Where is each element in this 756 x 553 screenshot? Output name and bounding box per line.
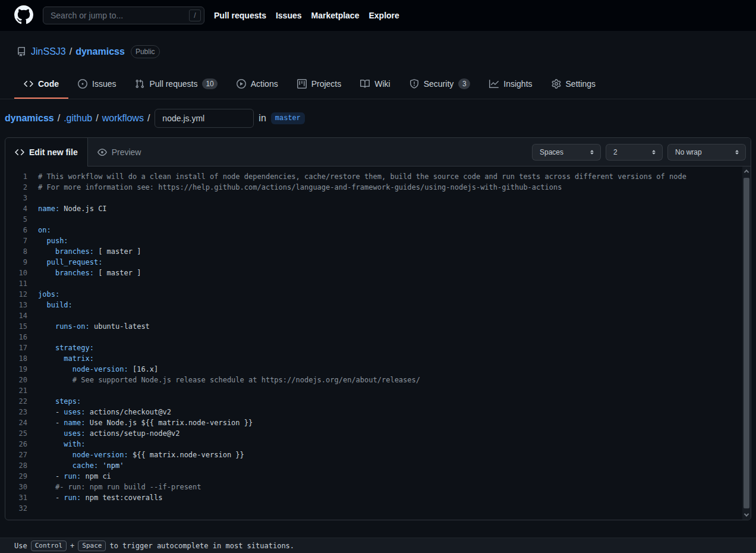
code-text: # See supported Node.js release schedule… [27,375,751,385]
indent-mode-select[interactable]: Spaces [532,144,601,161]
repo-owner-link[interactable]: JinSSJ3 [31,46,66,57]
line-number: 25 [5,428,27,439]
tab-settings[interactable]: Settings [542,70,606,99]
code-line[interactable]: 9 pull_request: [5,257,751,268]
code-line[interactable]: 13 build: [5,300,751,310]
code-line[interactable]: 3 [5,193,751,203]
code-line[interactable]: 21 [5,385,751,396]
scrollbar-thumb[interactable] [744,178,749,508]
code-line[interactable]: 8 branches: [ master ] [5,246,751,257]
code-line[interactable]: 7 push: [5,235,751,246]
book-icon [360,79,370,89]
chevron-down-icon [744,511,749,516]
code-line[interactable]: 10 branches: [ master ] [5,268,751,278]
code-line[interactable]: 14 [5,310,751,321]
code-line[interactable]: 18 matrix: [5,353,751,364]
code-line[interactable]: 11 [5,278,751,289]
line-number: 32 [5,503,27,514]
code-line[interactable]: 27 node-version: ${{ matrix.node-version… [5,450,751,460]
nav-issues[interactable]: Issues [276,11,302,20]
code-text: #- run: npm run build --if-present [27,482,751,492]
breadcrumb-workflows-dir-link[interactable]: workflows [102,113,144,124]
tab-preview[interactable]: Preview [88,138,151,166]
code-line[interactable]: 1# This workflow will do a clean install… [5,171,751,182]
code-line[interactable]: 4name: Node.js CI [5,203,751,214]
indent-mode-value: Spaces [540,148,563,156]
control-key-hint: Control [31,541,67,551]
tab-insights[interactable]: Insights [480,70,541,99]
tab-wiki[interactable]: Wiki [351,70,399,99]
code-line[interactable]: 5 [5,214,751,225]
code-line[interactable]: 30 #- run: npm run build --if-present [5,482,751,492]
autocomplete-hint-bar: Use Control + Space to trigger autocompl… [0,538,756,553]
code-line[interactable]: 29 - run: npm ci [5,471,751,482]
tab-pull-requests[interactable]: Pull requests 10 [125,70,226,99]
code-line[interactable]: 32 [5,503,751,514]
indent-size-value: 2 [613,148,618,156]
code-editor[interactable]: 1# This workflow will do a clean install… [5,166,751,520]
tab-security[interactable]: Security 3 [400,70,480,99]
code-line[interactable]: 25 uses: actions/setup-node@v2 [5,428,751,439]
play-icon [237,79,246,89]
code-line[interactable]: 31 - run: npm test:coveralls [5,492,751,503]
filename-input[interactable] [155,109,254,128]
branch-badge[interactable]: master [271,112,305,124]
wrap-mode-select[interactable]: No wrap [667,144,746,161]
code-line[interactable]: 26 with: [5,439,751,450]
code-line[interactable]: 15 runs-on: ubuntu-latest [5,321,751,332]
eye-icon [97,147,107,157]
repo-name-link[interactable]: dynamicss [75,46,125,57]
code-line[interactable]: 6on: [5,225,751,235]
code-text: uses: actions/setup-node@v2 [27,428,751,439]
graph-icon [489,79,499,89]
code-line[interactable]: 2# For more information see: https://hel… [5,182,751,193]
code-line[interactable]: 16 [5,332,751,343]
nav-marketplace[interactable]: Marketplace [311,11,360,20]
tab-label: Actions [251,79,278,89]
breadcrumb-github-dir-link[interactable]: .github [64,113,92,124]
line-number: 14 [5,310,27,321]
select-caret-icon [588,149,596,156]
code-line[interactable]: 17 strategy: [5,343,751,353]
search-input[interactable] [43,7,204,24]
code-text: steps: [27,396,751,407]
code-text: strategy: [27,343,751,353]
code-text: matrix: [27,353,751,364]
scrollbar-up-button[interactable] [742,166,751,176]
tab-issues[interactable]: Issues [68,70,125,99]
code-line[interactable]: 12jobs: [5,289,751,300]
tab-projects[interactable]: Projects [288,70,351,99]
code-text: # For more information see: https://help… [27,182,751,193]
tab-label: Projects [311,79,342,89]
tab-code[interactable]: Code [14,70,68,99]
tab-actions[interactable]: Actions [227,70,288,99]
code-line[interactable]: 23 - uses: actions/checkout@v2 [5,407,751,417]
code-text: - run: npm ci [27,471,751,482]
line-number: 23 [5,407,27,417]
line-number: 7 [5,235,27,246]
scrollbar-down-button[interactable] [742,510,751,520]
code-text: runs-on: ubuntu-latest [27,321,751,332]
code-text: - name: Use Node.js ${{ matrix.node-vers… [27,417,751,428]
breadcrumb-repo-link[interactable]: dynamicss [5,113,54,124]
code-line[interactable]: 28 cache: 'npm' [5,460,751,471]
wrap-mode-value: No wrap [675,148,702,156]
line-number: 26 [5,439,27,450]
code-line[interactable]: 20 # See supported Node.js release sched… [5,375,751,385]
code-text: on: [27,225,751,235]
indent-size-select[interactable]: 2 [606,144,663,161]
code-line[interactable]: 22 steps: [5,396,751,407]
code-line[interactable]: 24 - name: Use Node.js ${{ matrix.node-v… [5,417,751,428]
nav-pull-requests[interactable]: Pull requests [214,11,266,20]
editor-tab-label: Preview [112,147,141,157]
nav-explore[interactable]: Explore [368,11,399,20]
line-number: 1 [5,171,27,182]
space-key-hint: Space [78,541,106,551]
code-line[interactable]: 19 node-version: [16.x] [5,364,751,375]
repo-separator: / [70,46,72,57]
line-number: 8 [5,246,27,257]
github-logo[interactable] [14,5,33,26]
tab-edit-new-file[interactable]: Edit new file [5,138,88,166]
editor-scrollbar[interactable] [742,166,751,520]
code-text: jobs: [27,289,751,300]
